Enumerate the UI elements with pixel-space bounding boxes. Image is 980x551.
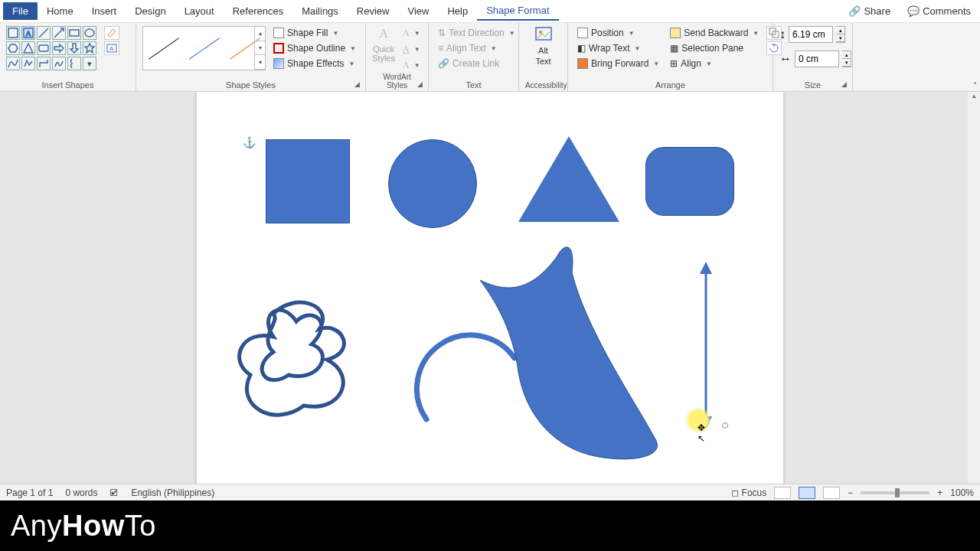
read-mode-button[interactable] [774, 487, 791, 499]
shape-gallery[interactable]: A ▾ [6, 26, 96, 70]
shape-brace-icon[interactable] [67, 57, 81, 70]
edit-shape-button[interactable] [104, 26, 119, 40]
proofing-icon[interactable]: 🗹 [109, 487, 119, 498]
tab-help[interactable]: Help [438, 2, 477, 20]
style-preset-2[interactable] [189, 33, 220, 64]
text-direction-button[interactable]: ⇅Text Direction▼ [435, 26, 518, 40]
send-backward-button[interactable]: Send Backward▼ [667, 26, 762, 40]
comments-button[interactable]: 💬Comments [901, 4, 977, 18]
shape-freeform-icon[interactable] [21, 57, 35, 70]
selection-handle[interactable] [722, 422, 728, 429]
scroll-up-icon[interactable]: ▴ [968, 92, 980, 104]
share-button[interactable]: 🔗Share [842, 4, 897, 18]
link-icon: 🔗 [438, 58, 449, 69]
group-text: ⇅Text Direction▼ ≡Align Text▼ 🔗Create Li… [429, 23, 519, 91]
shape-textbox-icon[interactable] [6, 26, 20, 40]
style-preset-1[interactable] [149, 33, 179, 64]
text-effects-button[interactable]: A▼ [400, 58, 423, 73]
selection-pane-button[interactable]: ▦Selection Pane [667, 41, 762, 55]
size-launcher-icon[interactable]: ◢ [841, 80, 851, 90]
shape-square[interactable] [266, 139, 350, 223]
shape-oval-icon[interactable] [83, 26, 96, 40]
collapse-ribbon-icon[interactable]: ˄ [973, 81, 977, 90]
style-gallery[interactable]: ▴▾▾ [142, 26, 266, 70]
shape-scribble[interactable] [227, 283, 381, 436]
focus-icon: ◻ [731, 487, 739, 498]
shape-right-arrow-icon[interactable] [52, 41, 66, 55]
tab-review[interactable]: Review [348, 2, 399, 20]
shape-double-arrow[interactable] [698, 262, 714, 429]
svg-marker-7 [8, 44, 18, 52]
zoom-in-button[interactable]: + [937, 487, 942, 498]
zoom-level[interactable]: 100% [950, 487, 974, 498]
tab-home[interactable]: Home [38, 2, 83, 20]
shape-styles-launcher-icon[interactable]: ◢ [354, 80, 364, 90]
zoom-out-button[interactable]: − [848, 487, 853, 498]
zoom-slider[interactable] [861, 491, 929, 494]
shape-freeform-curve[interactable] [480, 242, 664, 464]
text-outline-button[interactable]: A▼ [400, 42, 423, 57]
shape-textframe-icon[interactable]: A [21, 26, 35, 40]
alt-text-button[interactable]: Alt Text [526, 26, 561, 66]
shape-rect-icon[interactable] [67, 26, 81, 40]
shape-outline-button[interactable]: Shape Outline▼ [270, 41, 359, 55]
forward-icon [577, 58, 588, 69]
tab-design[interactable]: Design [126, 2, 175, 20]
status-words[interactable]: 0 words [65, 487, 97, 498]
svg-text:A: A [109, 45, 114, 52]
focus-mode-button[interactable]: ◻ Focus [731, 487, 766, 498]
shape-circle[interactable] [388, 139, 477, 228]
quick-styles-button[interactable]: A Quick Styles [372, 26, 395, 63]
web-layout-button[interactable] [823, 487, 840, 499]
tab-mailings[interactable]: Mailings [292, 2, 348, 20]
shape-triangle[interactable] [518, 136, 619, 222]
shape-scribble-icon[interactable] [52, 57, 66, 70]
tab-view[interactable]: View [398, 2, 438, 20]
text-box-button[interactable]: A [104, 41, 119, 55]
status-language[interactable]: English (Philippines) [131, 487, 214, 498]
outline-swatch-icon [273, 43, 284, 54]
vertical-scrollbar[interactable]: ▴ [968, 92, 980, 499]
zoom-thumb[interactable] [895, 488, 900, 497]
comments-icon: 💬 [907, 5, 920, 17]
position-button[interactable]: Position▼ [574, 26, 662, 40]
shape-down-arrow-icon[interactable] [67, 41, 81, 55]
shape-connector-icon[interactable] [37, 57, 51, 70]
shape-arrow-line-icon[interactable] [52, 26, 66, 40]
create-link-button[interactable]: 🔗Create Link [435, 57, 518, 70]
shape-fill-button[interactable]: Shape Fill▼ [270, 26, 359, 40]
tab-insert[interactable]: Insert [83, 2, 126, 20]
tab-file[interactable]: File [3, 2, 38, 20]
wrap-text-button[interactable]: ◧Wrap Text▼ [574, 41, 662, 55]
wordart-launcher-icon[interactable]: ◢ [417, 80, 426, 90]
shape-line-icon[interactable] [37, 26, 51, 40]
shape-star-icon[interactable] [83, 41, 96, 55]
align-icon: ⊞ [670, 58, 678, 69]
status-page[interactable]: Page 1 of 1 [6, 487, 53, 498]
height-spinner[interactable]: ▴▾ [836, 26, 845, 43]
shape-more-dropdown-icon[interactable]: ▾ [83, 57, 96, 70]
width-spinner[interactable]: ▴▾ [842, 51, 851, 67]
tab-layout[interactable]: Layout [175, 2, 224, 20]
bring-forward-button[interactable]: Bring Forward▼ [574, 57, 662, 70]
height-input[interactable]: 6.19 cm [789, 26, 833, 43]
svg-marker-10 [54, 44, 64, 52]
shape-effects-button[interactable]: Shape Effects▼ [270, 57, 359, 70]
document-page[interactable]: ⚓ ✥↖ [197, 92, 783, 499]
shape-curve-icon[interactable] [6, 57, 20, 70]
shape-rounded-rectangle[interactable] [645, 147, 734, 216]
shape-triangle-icon[interactable] [21, 41, 35, 55]
gallery-more-icon[interactable]: ▴▾▾ [254, 27, 265, 70]
move-cursor-icon: ✥↖ [697, 422, 705, 444]
shape-rounded-rect-icon[interactable] [37, 41, 51, 55]
shape-hexagon-icon[interactable] [6, 41, 20, 55]
print-layout-button[interactable] [799, 487, 815, 499]
align-button[interactable]: ⊞Align▼ [667, 57, 762, 70]
align-text-button[interactable]: ≡Align Text▼ [435, 41, 518, 55]
tab-shape-format[interactable]: Shape Format [477, 2, 558, 21]
watermark-part2: How [62, 510, 125, 543]
tab-references[interactable]: References [224, 2, 292, 20]
text-fill-button[interactable]: A▼ [400, 26, 423, 41]
width-input[interactable]: 0 cm [795, 51, 839, 67]
ribbon: A ▾ A In [0, 23, 980, 92]
